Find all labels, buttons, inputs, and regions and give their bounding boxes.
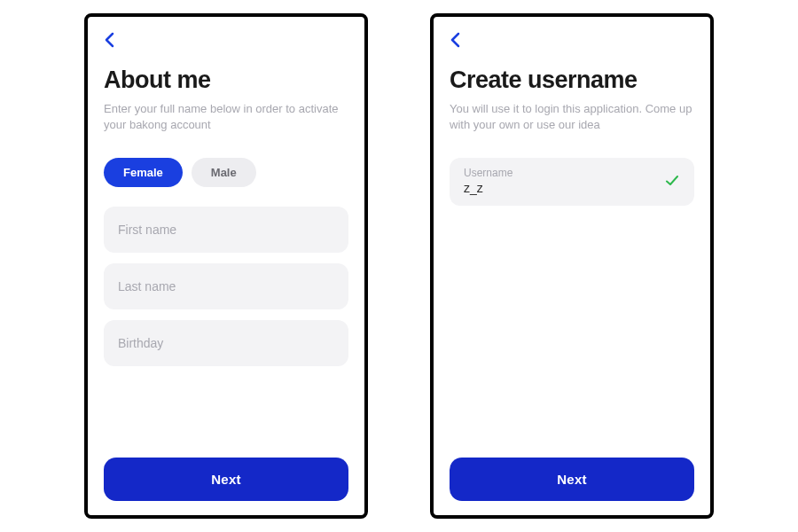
back-button[interactable] xyxy=(104,29,125,51)
last-name-field[interactable]: Last name xyxy=(104,263,348,309)
chevron-left-icon xyxy=(450,32,460,48)
username-field[interactable]: Username z_z xyxy=(450,158,694,206)
create-username-screen: Create username You will use it to login… xyxy=(430,13,714,519)
gender-male-button[interactable]: Male xyxy=(192,158,256,187)
page-title: About me xyxy=(104,66,348,94)
chevron-left-icon xyxy=(104,32,114,48)
next-button[interactable]: Next xyxy=(104,458,348,501)
back-button[interactable] xyxy=(450,29,471,51)
page-subtitle: Enter your full name below in order to a… xyxy=(104,101,348,133)
gender-toggle: Female Male xyxy=(104,158,348,187)
about-me-screen: About me Enter your full name below in o… xyxy=(84,13,368,519)
next-button[interactable]: Next xyxy=(450,458,694,501)
page-subtitle: You will use it to login this applicatio… xyxy=(450,101,694,133)
checkmark-icon xyxy=(664,173,680,189)
page-title: Create username xyxy=(450,66,694,94)
username-label: Username xyxy=(464,167,657,179)
gender-female-button[interactable]: Female xyxy=(104,158,183,187)
birthday-field[interactable]: Birthday xyxy=(104,320,348,366)
username-value: z_z xyxy=(464,181,657,195)
first-name-field[interactable]: First name xyxy=(104,207,348,253)
